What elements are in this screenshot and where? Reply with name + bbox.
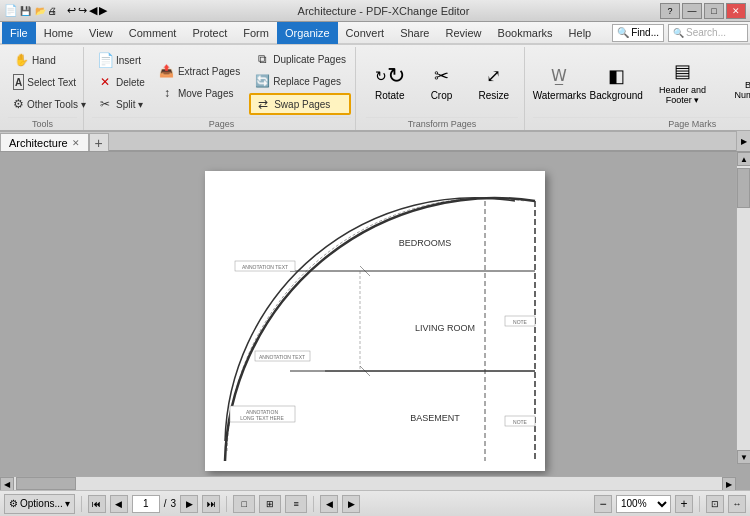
menu-file[interactable]: File	[2, 22, 36, 44]
options-button[interactable]: ⚙ Options... ▾	[4, 494, 75, 514]
menu-home[interactable]: Home	[36, 22, 81, 44]
quick-redo[interactable]: ↪	[78, 4, 87, 17]
resize-button[interactable]: ⤢ Resize	[469, 59, 518, 106]
zoom-in-button[interactable]: +	[675, 495, 693, 513]
menu-review[interactable]: Review	[437, 22, 489, 44]
status-separator-4	[699, 496, 700, 512]
add-document-tab[interactable]: +	[89, 133, 109, 151]
duplicate-icon: ⧉	[254, 51, 270, 67]
transform-section-label: Transform Pages	[366, 117, 518, 130]
quick-undo[interactable]: ↩	[67, 4, 76, 17]
resize-icon: ⤢	[482, 64, 506, 88]
menubar-right: 🔍 Find... 🔍 Search...	[612, 24, 748, 42]
watermarks-icon: W̲	[547, 64, 571, 88]
crop-button[interactable]: ✂ Crop	[419, 59, 463, 106]
menu-protect[interactable]: Protect	[184, 22, 235, 44]
menu-share[interactable]: Share	[392, 22, 437, 44]
doc-tab-close[interactable]: ✕	[72, 138, 80, 148]
insert-button[interactable]: 📄 Insert	[92, 50, 150, 70]
next-page-button[interactable]: ▶	[180, 495, 198, 513]
ribbon-content: Hand A Select Text Other Tools ▾ Tools	[0, 45, 750, 132]
quick-forward[interactable]: ▶	[99, 4, 107, 17]
scroll-thumb-v[interactable]	[737, 168, 750, 208]
svg-text:ANNOTATION TEXT: ANNOTATION TEXT	[259, 354, 305, 360]
scroll-thumb-h[interactable]	[16, 477, 76, 490]
svg-rect-0	[205, 171, 545, 471]
vertical-scrollbar[interactable]: ▲ ▼	[736, 152, 750, 464]
quick-save[interactable]: 💾	[20, 6, 31, 16]
split-button[interactable]: Split ▾	[92, 94, 150, 114]
search-box[interactable]: 🔍 Search...	[668, 24, 748, 42]
first-page-button[interactable]: ⏮	[88, 495, 106, 513]
single-page-view-button[interactable]: □	[233, 495, 255, 513]
status-separator-1	[81, 496, 82, 512]
menu-form[interactable]: Form	[235, 22, 277, 44]
menu-organize[interactable]: Organize	[277, 22, 338, 44]
select-text-button[interactable]: A Select Text	[8, 72, 77, 92]
help-icon[interactable]: ?	[660, 3, 680, 19]
forward-nav-button[interactable]: ▶	[342, 495, 360, 513]
rotate-button[interactable]: ↻ Rotate	[366, 59, 413, 106]
doc-tab-name: Architecture	[9, 137, 68, 149]
search-placeholder: Search...	[686, 27, 726, 38]
fit-width-button[interactable]: ↔	[728, 495, 746, 513]
extract-pages-button[interactable]: 📤 Extract Pages	[154, 61, 245, 81]
two-page-view-button[interactable]: ⊞	[259, 495, 281, 513]
minimize-button[interactable]: —	[682, 3, 702, 19]
swap-pages-button[interactable]: ⇄ Swap Pages	[249, 93, 351, 115]
last-page-button[interactable]: ⏭	[202, 495, 220, 513]
scroll-left-button[interactable]: ◀	[0, 477, 14, 490]
find-button[interactable]: 🔍 Find...	[612, 24, 664, 42]
menu-help[interactable]: Help	[561, 22, 600, 44]
hand-button[interactable]: Hand	[8, 50, 77, 70]
options-icon: ⚙	[9, 498, 18, 509]
main-content: BEDROOMS LIVING ROOM BASEMENT ANNOTATION…	[0, 152, 750, 490]
menu-convert[interactable]: Convert	[338, 22, 393, 44]
bates-numbering-button[interactable]: # Bates Numbering ▾	[722, 49, 750, 115]
delete-icon	[97, 74, 113, 90]
scroll-view-button[interactable]: ≡	[285, 495, 307, 513]
watermarks-button[interactable]: W̲ Watermarks	[533, 59, 586, 106]
scroll-up-button[interactable]: ▲	[737, 152, 750, 166]
fit-page-button[interactable]: ⊡	[706, 495, 724, 513]
scroll-track-h[interactable]	[14, 477, 722, 490]
delete-button[interactable]: Delete	[92, 72, 150, 92]
total-pages: 3	[171, 498, 177, 509]
quick-back[interactable]: ◀	[89, 4, 97, 17]
tab-scroll-right[interactable]: ▶	[736, 131, 750, 151]
background-button[interactable]: ◧ Background	[590, 59, 643, 106]
document-tabbar: Architecture ✕ + ▶	[0, 132, 750, 152]
titlebar: 📄 💾 📂 🖨 ↩ ↪ ◀ ▶ Architecture - PDF-XChan…	[0, 0, 750, 22]
prev-page-button[interactable]: ◀	[110, 495, 128, 513]
close-button[interactable]: ✕	[726, 3, 746, 19]
move-pages-button[interactable]: ↕ Move Pages	[154, 83, 245, 103]
quick-print[interactable]: 🖨	[48, 6, 57, 16]
scroll-right-button[interactable]: ▶	[722, 477, 736, 490]
replace-pages-button[interactable]: 🔄 Replace Pages	[249, 71, 351, 91]
app-icon: 📄	[4, 4, 18, 17]
menu-bookmarks[interactable]: Bookmarks	[490, 22, 561, 44]
document-tab-architecture[interactable]: Architecture ✕	[0, 133, 89, 151]
menu-comment[interactable]: Comment	[121, 22, 185, 44]
move-icon: ↕	[159, 85, 175, 101]
header-footer-icon: ▤	[670, 59, 694, 83]
zoom-select[interactable]: 100% 75% 125% 150% 200% Fit Page Fit Wid…	[616, 495, 671, 513]
select-text-icon: A	[13, 74, 24, 90]
other-tools-button[interactable]: Other Tools ▾	[8, 94, 77, 114]
scroll-down-button[interactable]: ▼	[737, 450, 750, 464]
current-page-input[interactable]: 1	[132, 495, 160, 513]
hand-icon	[13, 52, 29, 68]
find-label: Find...	[631, 27, 659, 38]
insert-icon: 📄	[97, 52, 113, 68]
back-nav-button[interactable]: ◀	[320, 495, 338, 513]
menu-view[interactable]: View	[81, 22, 121, 44]
duplicate-pages-button[interactable]: ⧉ Duplicate Pages	[249, 49, 351, 69]
menubar: File Home View Comment Protect Form Orga…	[0, 22, 750, 44]
header-footer-button[interactable]: ▤ Header and Footer ▾	[647, 54, 719, 110]
maximize-button[interactable]: □	[704, 3, 724, 19]
pdf-page: BEDROOMS LIVING ROOM BASEMENT ANNOTATION…	[205, 171, 545, 471]
quick-open[interactable]: 📂	[35, 6, 46, 16]
horizontal-scrollbar[interactable]: ◀ ▶	[0, 476, 736, 490]
scroll-track-v[interactable]	[737, 166, 750, 450]
zoom-out-button[interactable]: −	[594, 495, 612, 513]
